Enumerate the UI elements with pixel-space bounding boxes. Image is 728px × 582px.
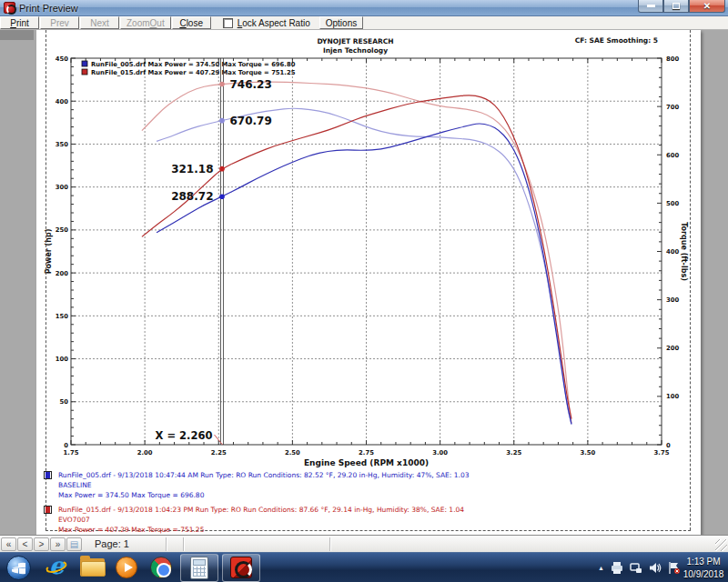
run-swatch-red [44,506,52,514]
cursor-marker-value: 288.72 [171,190,213,203]
lock-aspect-ratio-checkbox[interactable] [223,18,233,28]
svg-text:400: 400 [56,98,68,105]
svg-text:3.75: 3.75 [654,449,670,457]
next-page-nav-button[interactable]: > [34,537,49,551]
cursor-marker [219,166,225,172]
chrome-icon[interactable] [144,553,178,582]
first-page-button[interactable]: « [1,537,16,551]
dynojet-app-taskbar-icon[interactable] [222,554,260,582]
cursor-marker-value: 746.23 [229,78,271,91]
legend-swatch [82,69,87,75]
run-detail-baseline: RunFile_005.drf - 9/13/2018 10:47:44 AM … [44,470,681,500]
run-details: RunFile_005.drf - 9/13/2018 10:47:44 AM … [44,470,681,539]
svg-text:0: 0 [666,442,671,449]
titlebar: Print Preview ✕ [0,0,728,16]
cursor-x-label: X = 2.260 [156,429,213,442]
cursor-marker-value: 670.79 [229,115,271,127]
svg-text:500: 500 [666,200,679,207]
svg-text:2.00: 2.00 [137,449,153,457]
dyno-chart: DYNOJET RESEARCHInjen TechnologyCF: SAE … [36,30,701,468]
run-name-line: BASELINE [58,480,681,490]
cursor-marker [219,195,225,200]
media-player-icon[interactable] [109,553,144,582]
last-page-button[interactable]: » [50,537,66,551]
svg-text:150: 150 [56,313,68,320]
svg-text:2.75: 2.75 [359,449,374,457]
run-max-line: Max Power = 407.29 Max Torque = 751.25 [58,525,681,535]
next-page-button[interactable]: Next [80,16,119,29]
prev-page-button[interactable]: Prev [40,16,79,29]
torque-axis-label: Torque (ft-lbs) [680,222,688,281]
clock-time: 1:13 PM [681,556,726,568]
svg-text:600: 600 [666,152,679,159]
svg-text:3.50: 3.50 [580,449,595,457]
run-swatch-blue [44,471,52,479]
legend-entry: RunFile_015.drf Max Power = 407.29 Max T… [91,69,296,76]
run-info-line: RunFile_015.drf - 9/13/2018 1:04:23 PM R… [58,505,681,515]
start-button[interactable] [6,556,31,580]
action-center-flag-icon[interactable] [668,562,681,574]
x-axis-label: Engine Speed (RPM x1000) [304,458,429,467]
zoom-out-button[interactable]: Zoom Out [120,16,171,29]
statusbar-separator [183,537,184,551]
run-info-line: RunFile_005.drf - 9/13/2018 10:47:44 AM … [58,470,681,480]
file-explorer-icon[interactable] [75,553,109,582]
clock-date: 10/9/2018 [681,568,726,581]
svg-text:1.75: 1.75 [64,449,79,457]
volume-icon[interactable] [649,562,662,574]
taskbar: e ▲ 1:13 PM 10 [0,552,728,582]
chart-subtitle: Injen Technology [323,46,388,55]
page-setup-button[interactable]: ▤ [66,537,82,551]
svg-text:0: 0 [64,442,68,449]
report-page: DYNOJET RESEARCHInjen TechnologyCF: SAE … [36,30,701,535]
resize-grip[interactable] [715,539,727,551]
svg-text:3.25: 3.25 [506,449,521,457]
printer-icon[interactable] [611,562,623,574]
svg-text:800: 800 [666,55,679,63]
legend-entry: RunFile_005.drf Max Power = 374.50 Max T… [91,61,296,68]
svg-text:2.50: 2.50 [285,449,300,457]
page-margin-right [690,30,691,530]
cursor-marker [219,82,225,87]
svg-text:300: 300 [666,296,679,304]
svg-text:200: 200 [666,345,679,352]
svg-text:50: 50 [60,398,69,406]
preview-area: DYNOJET RESEARCHInjen TechnologyCF: SAE … [0,30,728,535]
run-detail-evo7007: RunFile_015.drf - 9/13/2018 1:04:23 PM R… [44,505,681,535]
legend-swatch [82,61,87,66]
window-title: Print Preview [19,3,78,14]
svg-text:100: 100 [666,393,679,400]
svg-text:300: 300 [56,184,68,191]
hidden-icons-expander[interactable]: ▲ [598,565,604,571]
page-margin-left [46,30,46,530]
svg-text:250: 250 [56,226,68,234]
svg-text:2.25: 2.25 [211,449,227,457]
smoothing-note: CF: SAE Smoothing: 5 [575,36,658,45]
system-tray: ▲ [598,553,681,582]
close-preview-button[interactable]: Close [172,16,211,29]
taskbar-clock[interactable]: 1:13 PM 10/9/2018 [681,553,726,582]
statusbar: « < > » ▤ Page: 1 [0,535,728,552]
desktop: Print Preview ✕ Print Prev Next Zoom Out… [0,0,728,582]
svg-text:3.00: 3.00 [432,449,448,457]
print-preview-toolbar: Print Prev Next Zoom Out Close Lock Aspe… [0,16,728,30]
cursor-marker-value: 321.18 [171,163,213,176]
svg-text:450: 450 [56,55,68,63]
minimize-button[interactable] [638,0,663,13]
internet-explorer-icon[interactable]: e [40,553,75,582]
run-max-line: Max Power = 374.50 Max Torque = 696.80 [58,490,681,500]
page-indicator: Page: 1 [95,538,129,549]
statusbar-separator [329,537,330,551]
maximize-button[interactable] [663,0,689,13]
close-window-button[interactable]: ✕ [689,0,725,13]
svg-text:100: 100 [56,356,68,363]
chart-title: DYNOJET RESEARCH [317,37,393,45]
dynojet-app-icon [4,2,15,14]
prev-page-nav-button[interactable]: < [17,537,33,551]
network-icon[interactable] [630,562,642,574]
calculator-icon[interactable] [180,554,218,582]
print-button[interactable]: Print [0,16,39,29]
options-button[interactable]: Options [319,16,363,29]
curve-runfile_015-torque [142,82,571,423]
run-name-line: EVO7007 [58,515,681,525]
